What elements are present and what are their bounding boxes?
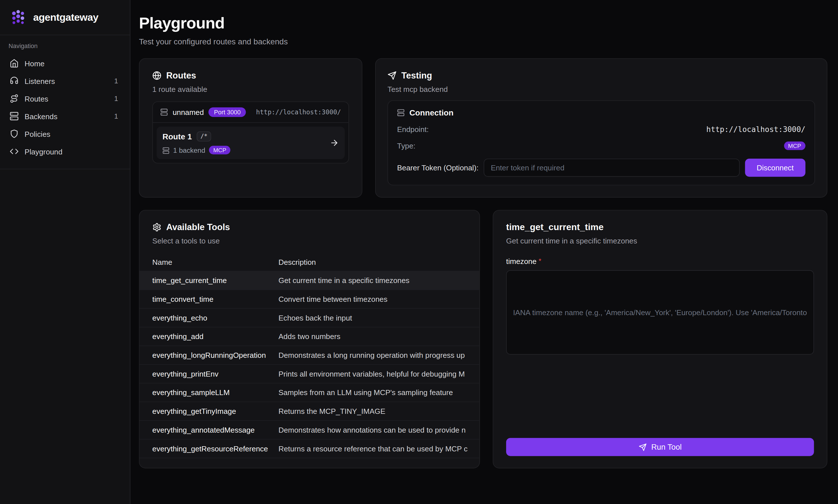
port-badge: Port 3000 [209,107,246,117]
listener-url: http://localhost:3000/ [256,108,341,116]
tool-row[interactable]: everything_echo Echoes back the input [139,309,479,327]
tool-row[interactable]: everything_add Adds two numbers [139,327,479,346]
tool-row[interactable]: everything_sampleLLM Samples from an LLM… [139,383,479,402]
connection-title: Connection [409,108,453,117]
tool-runner-card: time_get_current_time Get current time i… [493,210,827,468]
connection-header: Connection [397,108,805,117]
main-content: Playground Test your configured routes a… [130,0,838,504]
tool-name: everything_longRunningOperation [152,351,278,360]
route-mcp-badge: MCP [209,146,230,155]
run-tool-label: Run Tool [651,443,682,451]
testing-card-title: Testing [401,71,432,81]
sidebar-nav: Navigation Home Listeners 1 Routes [0,35,130,169]
listener-box: unnamed Port 3000 http://localhost:3000/… [152,102,349,164]
type-label: Type: [397,142,415,150]
arrow-right-icon[interactable] [330,138,339,147]
backend-count: 1 backend [173,146,205,154]
route-path-badge: /* [197,131,211,142]
page-title: Playground [139,14,827,32]
tool-description: Prints all environment variables, helpfu… [278,370,479,378]
page-subtitle: Test your configured routes and backends [139,37,827,46]
tool-description: Convert time between timezones [278,295,479,303]
tool-description: Echoes back the input [278,313,479,322]
sidebar-item-routes[interactable]: Routes 1 [5,90,125,107]
routes-card-title: Routes [166,71,196,81]
tool-row[interactable]: time_convert_time Convert time between t… [139,290,479,309]
tool-row[interactable]: everything_annotatedMessage Demonstrates… [139,421,479,440]
tool-row[interactable]: everything_printEnv Prints all environme… [139,365,479,383]
send-icon [387,71,397,80]
routes-card-subtitle: 1 route available [152,85,349,94]
tool-description: Adds two numbers [278,332,479,341]
logo-row[interactable]: agentgateway [0,0,130,35]
testing-card-header: Testing [387,71,815,81]
sidebar-item-policies[interactable]: Policies [5,125,125,143]
spacer [506,355,814,438]
tool-name: time_get_current_time [152,276,278,285]
tool-name: everything_annotatedMessage [152,426,278,434]
tool-row[interactable]: time_get_current_time Get current time i… [139,271,479,290]
agentgateway-logo-icon [8,8,28,27]
column-header-name: Name [152,258,278,267]
bottom-cards-row: Available Tools Select a tools to use Na… [139,210,827,468]
routes-count-badge: 1 [114,94,120,102]
bearer-token-label: Bearer Token (Optional): [397,164,478,172]
tool-name: everything_printEnv [152,370,278,378]
tool-name: everything_getTinyImage [152,407,278,416]
sidebar-item-listeners[interactable]: Listeners 1 [5,72,125,90]
app-window: agentgateway Navigation Home Listeners 1 [0,0,838,504]
route-name: Route 1 [162,132,192,141]
sidebar-item-label: Backends [24,112,108,120]
tool-row[interactable]: everything_getResourceReference Returns … [139,439,479,458]
tool-row[interactable]: everything_getTinyImage Returns the MCP_… [139,402,479,421]
tool-name: everything_sampleLLM [152,388,278,397]
backends-count-badge: 1 [114,112,120,120]
server-icon [162,146,169,153]
sidebar-item-backends[interactable]: Backends 1 [5,107,125,125]
tool-description: Demonstrates how annotations can be used… [278,426,479,434]
sidebar: agentgateway Navigation Home Listeners 1 [0,0,130,504]
tools-table: Name Description time_get_current_time G… [139,254,479,458]
server-icon [397,109,404,116]
testing-card: Testing Test mcp backend Connection Endp… [375,58,827,198]
listeners-count-badge: 1 [114,77,120,85]
tool-description: Demonstrates a long running operation wi… [278,351,479,360]
app-title: agentgateway [33,12,98,23]
connection-panel: Connection Endpoint: http://localhost:30… [387,101,815,185]
bearer-token-input[interactable] [484,159,739,177]
sidebar-item-playground[interactable]: Playground [5,143,125,160]
disconnect-button[interactable]: Disconnect [745,159,806,177]
listener-name: unnamed [173,108,204,116]
tools-card-title: Available Tools [166,222,230,232]
server-icon [160,108,168,116]
timezone-input[interactable] [506,270,814,355]
tool-description: Returns the MCP_TINY_IMAGE [278,407,479,416]
server-icon [10,111,19,121]
nav-section-label: Navigation [5,43,125,54]
headphones-icon [10,76,19,85]
code-icon [10,147,19,156]
bearer-token-row: Bearer Token (Optional): Disconnect [397,159,805,177]
globe-icon [152,71,161,80]
tool-description: Samples from an LLM using MCP's sampling… [278,388,479,397]
sidebar-item-label: Playground [24,147,120,156]
route-info: Route 1 /* 1 backend MCP [162,131,330,155]
tool-runner-title: time_get_current_time [506,222,814,233]
tools-card-subtitle: Select a tools to use [152,237,467,245]
available-tools-card: Available Tools Select a tools to use Na… [139,210,480,468]
connection-type-badge: MCP [784,142,806,150]
timezone-field-label-row: timezone * [506,257,814,265]
endpoint-label: Endpoint: [397,125,429,133]
sidebar-item-label: Home [24,59,120,67]
home-icon [10,59,19,68]
tool-runner-subtitle: Get current time in a specific timezones [506,237,814,245]
sidebar-item-label: Routes [24,94,108,103]
route-row[interactable]: Route 1 /* 1 backend MCP [157,127,345,159]
sidebar-item-home[interactable]: Home [5,55,125,72]
tool-name: time_convert_time [152,295,278,303]
shield-icon [10,129,19,138]
testing-card-subtitle: Test mcp backend [387,85,815,94]
run-tool-button[interactable]: Run Tool [506,438,814,456]
routes-card: Routes 1 route available unnamed Port 30… [139,58,362,198]
tool-row[interactable]: everything_longRunningOperation Demonstr… [139,346,479,365]
